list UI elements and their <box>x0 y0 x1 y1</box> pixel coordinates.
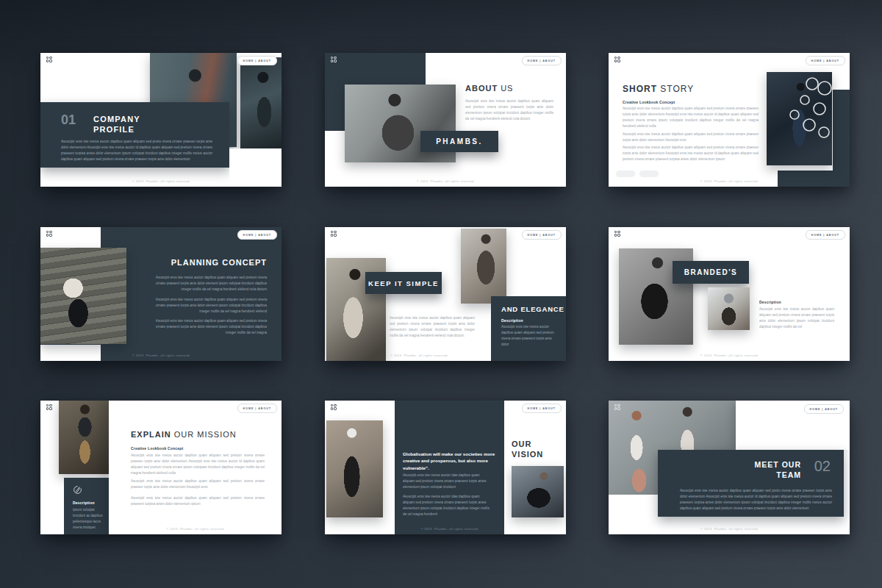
nav-badge[interactable]: HOME | ABOUT <box>237 56 277 65</box>
nav-badge[interactable]: HOME | ABOUT <box>522 230 562 240</box>
photo-model-white-cap <box>326 420 383 517</box>
slide-title-line1: OUR <box>512 439 543 449</box>
brand-logo-icon <box>614 231 621 237</box>
description-label: Description <box>73 501 95 505</box>
slide-number: 01 <box>61 112 76 128</box>
body-paragraph: Asuscipit eros iste metus auctor dapibus… <box>623 106 759 129</box>
elegance-panel: AND ELEGANCE Description Asuscipit eros … <box>491 296 566 361</box>
brand-logo-icon <box>331 404 337 411</box>
brand-logo-icon <box>331 231 337 237</box>
section-title-bold: EXPLAIN <box>131 430 171 439</box>
copyright-footer: © 2023. Phambs. all rights reserved <box>395 528 504 531</box>
brand-banner: PHAMBS. <box>420 131 498 152</box>
copyright-footer: © 2023. Phambs. all rights reserved <box>40 354 282 357</box>
slide-explain-mission[interactable]: Description ipsum volutpat tincidunt ac … <box>40 401 282 534</box>
copyright-footer: © 2023. Phambs. all rights reserved <box>347 354 491 357</box>
body-paragraph: Asuscipit eros iste metus auctor dapibus… <box>131 495 265 507</box>
photo-model-city <box>512 466 564 517</box>
quote-panel: Globalisation will make our societies mo… <box>395 401 504 534</box>
section-title-light: STORY <box>660 84 694 94</box>
brand-logo-icon <box>46 57 53 63</box>
slide-title-line2: TEAM <box>755 470 801 481</box>
team-panel: MEET OUR TEAM 02 Asuscipit eros iste met… <box>658 450 844 517</box>
body-paragraph: Asuscipit eros iste metus auctor dapibus… <box>61 139 212 162</box>
body-paragraph: Asuscipit eros iste metus auctor dapibus… <box>148 297 267 315</box>
nav-badge[interactable]: HOME | ABOUT <box>806 56 845 65</box>
slide-title-line1: MEET OUR <box>755 460 801 470</box>
subheading: Creative Lookbook Concept <box>623 100 675 104</box>
section-title-light: US <box>501 84 513 93</box>
slide-number: 02 <box>814 458 831 475</box>
photo-model-winter <box>708 287 750 330</box>
nav-badge[interactable]: HOME | ABOUT <box>237 230 277 240</box>
slide-our-vision[interactable]: Globalisation will make our societies mo… <box>325 401 566 534</box>
body-paragraph: Asuscipit eros iste metus auctor dapibus… <box>148 275 267 293</box>
subheading: Creative Lookbook Concept <box>131 446 183 451</box>
slide-title-line1: COMPANY <box>93 114 140 124</box>
photo-model-stairs <box>40 248 126 344</box>
slide-meet-team[interactable]: MEET OUR TEAM 02 Asuscipit eros iste met… <box>609 401 850 534</box>
body-paragraph: Asuscipit eros iste metus auctor dapibus… <box>148 318 267 336</box>
section-title-bold: ABOUT <box>465 84 498 93</box>
description-label: Description <box>501 318 523 323</box>
panel-title: AND ELEGANCE <box>501 305 564 313</box>
brand-logo-icon <box>46 231 53 237</box>
statement-banner: KEEP IT SIMPLE <box>365 272 442 294</box>
bottom-slate-panel <box>778 171 850 187</box>
copyright-footer: © 2023. Phambs. all rights reserved <box>325 180 566 183</box>
body-paragraph: Asuscipit eros iste metus auctor idas da… <box>403 473 490 490</box>
title-panel: 01 COMPANY PROFILE Asuscipit eros iste m… <box>40 102 229 168</box>
nav-badge[interactable]: HOME | ABOUT <box>237 404 277 413</box>
slide-planning-concept[interactable]: PLANNING CONCEPT Asuscipit eros iste met… <box>40 227 282 361</box>
slide-short-story[interactable]: SHORT STORY Creative Lookbook Concept As… <box>609 53 850 187</box>
slide-title: PLANNING CONCEPT <box>171 258 267 267</box>
body-paragraph: Asuscipit eros iste metus auctor dapibus… <box>623 132 759 143</box>
brand-logo-icon <box>46 404 53 411</box>
copyright-footer: © 2023. Phambs. all rights reserved <box>40 180 282 183</box>
body-paragraph: Asuscipit eros iste metus auctor dapibus… <box>465 98 553 122</box>
body-paragraph: Asuscipit eros iste metus auctor dapibus… <box>390 315 475 339</box>
corner-whitebox <box>40 345 101 361</box>
section-title-bold: SHORT <box>623 84 657 94</box>
slide-title-line2: VISION <box>512 449 543 459</box>
pagination-pill <box>616 171 635 177</box>
copyright-footer: © 2023. Phambs. all rights reserved <box>609 354 850 357</box>
photo-model-suit <box>59 401 111 474</box>
body-paragraph: Asuscipit eros iste metus auctor dapibus… <box>131 478 265 490</box>
slide-company-profile[interactable]: 01 COMPANY PROFILE Asuscipit eros iste m… <box>40 53 282 187</box>
content-panel: EXPLAIN OUR MISSION Creative Lookbook Co… <box>109 401 282 534</box>
neon-rings-decoration <box>767 72 832 165</box>
body-paragraph: Asuscipit eros iste metus auctor dapibus… <box>623 145 759 162</box>
slide-title-line2: PROFILE <box>93 124 140 135</box>
body-paragraph: Asuscipit eros iste metus auctor dapibus… <box>131 453 265 476</box>
brand-logo-icon <box>331 57 337 63</box>
photo-model-profile-dark <box>240 57 282 148</box>
description-text: Asuscipit eros iste metus auctor dapibus… <box>759 306 834 330</box>
body-paragraph: Asuscipit eros iste metus auctor idas da… <box>403 494 490 517</box>
template-preview-canvas: 01 COMPANY PROFILE Asuscipit eros iste m… <box>0 0 882 588</box>
copyright-footer: © 2023. Phambs. all rights reserved <box>609 528 850 531</box>
nav-badge[interactable]: HOME | ABOUT <box>806 230 845 240</box>
section-title-light: OUR MISSION <box>174 430 237 439</box>
slide-keep-it-simple[interactable]: KEEP IT SIMPLE Asuscipit eros iste metus… <box>325 227 566 361</box>
nav-badge[interactable]: HOME | ABOUT <box>804 404 844 414</box>
nav-badge[interactable]: HOME | ABOUT <box>522 404 562 413</box>
copyright-footer: © 2023. Phambs. all rights reserved <box>109 528 282 531</box>
quote-text: Globalisation will make our societies mo… <box>403 451 497 471</box>
description-label: Description <box>759 300 781 304</box>
slide-brandeds[interactable]: BRANDED'S Description Asuscipit eros ist… <box>609 227 850 361</box>
pagination-pill <box>639 171 659 177</box>
slide-about-us[interactable]: PHAMBS. ABOUT US Asuscipit eros iste met… <box>325 53 566 187</box>
statement-banner: BRANDED'S <box>673 261 749 284</box>
photo-model-neon-night <box>767 72 832 165</box>
pen-icon <box>73 485 82 495</box>
copyright-footer: © 2023. Phambs. all rights reserved <box>609 180 850 183</box>
nav-badge[interactable]: HOME | ABOUT <box>522 56 562 65</box>
brand-logo-icon <box>614 404 621 411</box>
body-paragraph: Asuscipit eros iste metus auctor dapibus… <box>680 488 832 512</box>
description-card: Description ipsum volutpat tincidunt ac … <box>64 478 111 534</box>
description-text: Asuscipit eros iste metus auctor dapibus… <box>501 324 557 348</box>
description-text: ipsum volutpat tincidunt ac dapibus pell… <box>73 507 104 531</box>
photo-model-blazer <box>461 229 506 304</box>
brand-logo-icon <box>614 57 621 63</box>
